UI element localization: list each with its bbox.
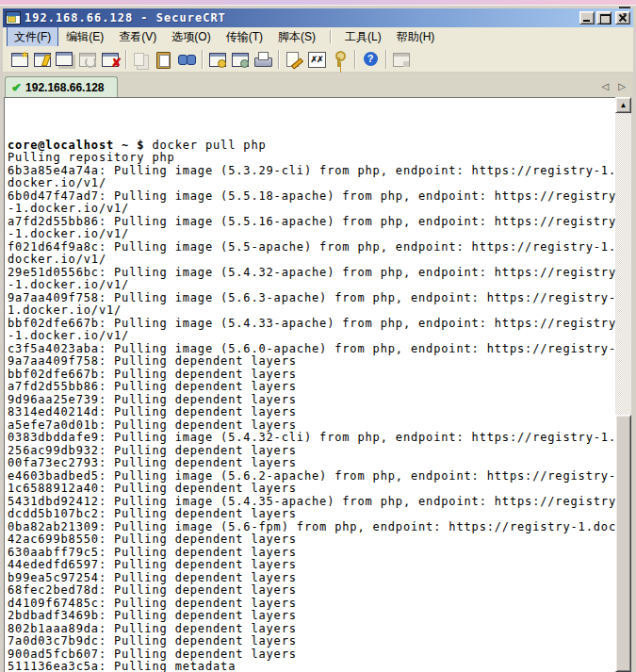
terminal-line: d4109f67485c: Pulling dependent layers <box>8 598 615 611</box>
terminal-line: 9a7aa409f758: Pulling dependent layers <box>8 355 615 369</box>
terminal-blank-line <box>8 101 615 114</box>
paste-icon[interactable] <box>153 49 175 70</box>
toolbar-separator <box>202 50 203 69</box>
menu-item-script[interactable]: 脚本(S) <box>271 27 322 47</box>
copy-icon <box>130 49 153 70</box>
terminal-line: 5431dbd92412: Pulling image (5.4.35-apac… <box>8 496 615 509</box>
terminal-line: e4603badbed5: Pulling image (5.6.2-apach… <box>8 470 615 484</box>
menu-item-tools[interactable]: 工具(L) <box>338 27 388 47</box>
terminal-line: 0383dbddafe9: Pulling image (5.4.32-cli)… <box>8 432 615 445</box>
connect-tab-icon[interactable] <box>54 49 76 70</box>
print-icon[interactable] <box>252 49 274 70</box>
terminal-blank-line <box>8 126 615 139</box>
key-icon[interactable] <box>328 49 351 70</box>
log-session-icon[interactable] <box>206 49 229 70</box>
tabbar: ✔ 192.168.66.128 ◁ ▷ <box>3 74 633 97</box>
raw-log-icon[interactable] <box>229 49 252 70</box>
toolbar-overflow-button[interactable]: ▼ <box>619 7 630 20</box>
menu-item-view[interactable]: 查看(V) <box>112 27 163 47</box>
terminal-line: 900ad5fcb607: Pulling dependent layers <box>8 648 615 662</box>
quick-connect-icon[interactable] <box>8 49 31 70</box>
connect-icon[interactable] <box>31 49 54 70</box>
shell-prompt: core@localhost ~ $ <box>8 139 152 152</box>
minimize-button[interactable] <box>579 11 595 25</box>
terminal-line: a7fd2d55bb86: Pulling image (5.5.16-apac… <box>8 216 615 229</box>
terminal-area: core@localhost ~ $ docker pull phpPullin… <box>4 97 631 672</box>
menu-item-help[interactable]: 帮助(H) <box>390 27 442 47</box>
terminal-line: bbf02dfe667b: Pulling dependent layers <box>8 369 615 382</box>
securecrt-app-icon <box>6 11 21 25</box>
terminal-line: 68fec2bed78d: Pulling dependent layers <box>8 584 615 598</box>
disconnect-icon[interactable]: ✘ <box>99 49 122 70</box>
titlebar[interactable]: 192.168.66.128 - SecureCRT <box>3 8 633 27</box>
terminal-line: 630aabff79c5: Pulling dependent layers <box>8 547 615 560</box>
toolbar-separator <box>278 50 279 69</box>
context-help-icon <box>390 49 413 70</box>
window-title: 192.168.66.128 - SecureCRT <box>24 11 226 25</box>
terminal-line: 9a7aa409f758: Pulling image (5.6.3-apach… <box>8 292 615 305</box>
tab-scroll-left-icon[interactable]: ◁ <box>602 81 610 91</box>
reconnect-icon <box>76 49 99 70</box>
terminal-line: 6b3a85e4a74a: Pulling image (5.3.29-cli)… <box>8 165 615 178</box>
scrollbar-track[interactable] <box>615 113 631 672</box>
terminal-line: 8314ed40214d: Pulling dependent layers <box>8 406 615 419</box>
session-tab[interactable]: ✔ 192.168.66.128 <box>5 76 118 97</box>
terminal-line: 2bdbadf3469b: Pulling dependent layers <box>8 610 615 623</box>
terminal-line: 42ac699b8550: Pulling dependent layers <box>8 533 615 547</box>
menu-item-file[interactable]: 文件(F) <box>8 27 57 47</box>
terminal-line: -1.docker.io/v1/ <box>8 228 615 241</box>
terminal-line: a5efe7a0d01b: Pulling dependent layers <box>8 419 615 433</box>
menubar: 文件(F)编辑(E)查看(V)选项(O)传输(T)脚本(S)工具(L)帮助(H) <box>3 27 633 46</box>
terminal-line: 1c6588912a40: Pulling dependent layers <box>8 483 615 496</box>
terminal-line: 7a0d03c7b9dc: Pulling dependent layers <box>8 635 615 648</box>
terminal-line: f021d64f9a8c: Pulling image (5.5-apache)… <box>8 241 615 254</box>
background-window-edge <box>0 0 636 6</box>
terminal-line: 1.docker.io/v1/ <box>8 304 615 318</box>
terminal-line: 6b0d47f47ad7: Pulling image (5.5.18-apac… <box>8 190 615 204</box>
terminal-line: Pulling repository php <box>8 152 615 165</box>
terminal-line: -1.docker.io/v1/ <box>8 203 615 216</box>
help-icon[interactable]: ? <box>359 49 382 70</box>
terminal-line: 9d96aa25e739: Pulling dependent layers <box>8 394 615 407</box>
toolbar-separator <box>385 50 386 69</box>
connected-check-icon: ✔ <box>11 81 21 94</box>
terminal-line: 802b1aaa89da: Pulling dependent layers <box>8 623 615 636</box>
terminal-line: 44ededfd6597: Pulling dependent layers <box>8 559 615 572</box>
terminal-line: b99ea5c97254: Pulling dependent layers <box>8 572 615 585</box>
terminal-blank-line <box>8 114 615 127</box>
session-tab-label: 192.168.66.128 <box>25 81 104 94</box>
toolbar: ✘✗✗? <box>3 46 633 73</box>
terminal-line: c3f5a4023aba: Pulling image (5.6.0-apach… <box>8 343 615 356</box>
scrollbar-up-button[interactable]: ▲ <box>615 97 631 113</box>
terminal-line: 0ba82ab21309: Pulling image (5.6-fpm) fr… <box>8 521 615 534</box>
menu-item-options[interactable]: 选项(O) <box>165 27 217 47</box>
session-options-icon[interactable]: ✗✗ <box>305 49 328 70</box>
tab-scroll-right-icon[interactable]: ▷ <box>618 81 626 91</box>
terminal-line: 00fa73ec2793: Pulling dependent layers <box>8 457 615 470</box>
terminal-screen[interactable]: core@localhost ~ $ docker pull phpPullin… <box>4 97 615 672</box>
securecrt-window: 192.168.66.128 - SecureCRT 文件(F)编辑(E)查看(… <box>0 0 636 672</box>
properties-icon[interactable] <box>283 49 305 70</box>
maximize-button[interactable] <box>596 11 612 25</box>
terminal-prompt-line: core@localhost ~ $ docker pull php <box>8 139 615 153</box>
terminal-line: 29e51d0556bc: Pulling image (5.4.32-apac… <box>8 267 615 280</box>
scrollbar: ▲ <box>615 97 631 672</box>
menu-item-transfer[interactable]: 传输(T) <box>220 27 269 47</box>
terminal-line: 511136ea3c5a: Pulling metadata <box>8 661 615 672</box>
terminal-line: docker.io/v1/ <box>8 254 615 267</box>
toolbar-separator <box>354 50 355 69</box>
shell-command: docker pull php <box>152 139 266 152</box>
scrollbar-thumb[interactable] <box>615 415 631 672</box>
terminal-line: -1.docker.io/v1/ <box>8 330 615 343</box>
toolbar-separator <box>125 50 126 69</box>
menu-separator <box>330 30 331 43</box>
terminal-line: docker.io/v1/ <box>8 177 615 190</box>
terminal-line: a7fd2d55bb86: Pulling dependent layers <box>8 381 615 394</box>
terminal-line: bbf02dfe667b: Pulling image (5.4.33-apac… <box>8 318 615 331</box>
terminal-line: -1.docker.io/v1/ <box>8 279 615 292</box>
menu-item-edit[interactable]: 编辑(E) <box>59 27 110 47</box>
terminal-line: 256ac99db932: Pulling dependent layers <box>8 445 615 458</box>
terminal-line: dcdd5b107bc2: Pulling dependent layers <box>8 508 615 521</box>
find-icon[interactable] <box>175 49 198 70</box>
